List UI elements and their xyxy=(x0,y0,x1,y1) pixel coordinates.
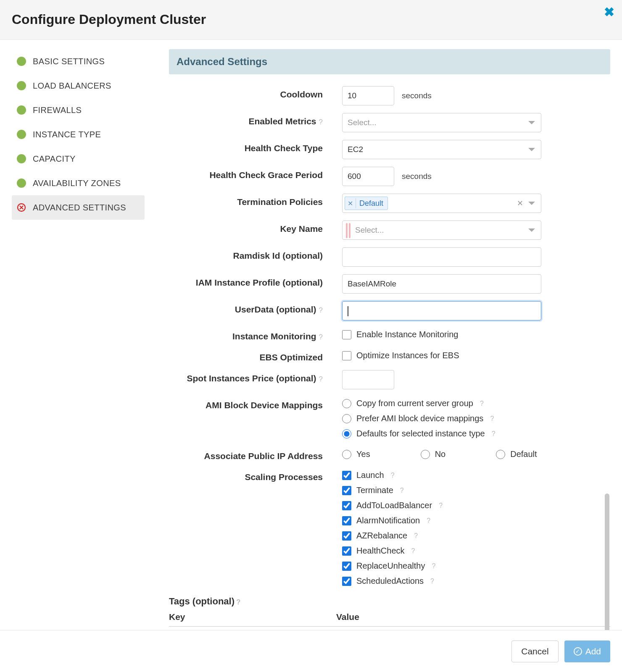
scaling-addtolb[interactable]: AddToLoadBalancer? xyxy=(342,499,443,512)
grace-period-input[interactable] xyxy=(342,167,394,186)
ebs-optimized-checkbox[interactable]: Optimize Instances for EBS xyxy=(342,349,459,362)
content: Advanced Settings Cooldown seconds Enabl… xyxy=(145,49,610,630)
key-name-select[interactable]: Select... xyxy=(342,220,541,240)
close-icon[interactable]: ✖ xyxy=(604,6,614,18)
label-iam: IAM Instance Profile (optional) xyxy=(169,274,342,288)
status-dot-icon xyxy=(17,178,26,188)
help-icon[interactable]: ? xyxy=(414,532,418,540)
help-icon[interactable]: ? xyxy=(391,472,395,479)
label-grace-period: Health Check Grace Period xyxy=(169,167,342,180)
tags-col-value: Value xyxy=(336,612,503,622)
scaling-replaceunhealthy[interactable]: ReplaceUnhealthy? xyxy=(342,559,443,572)
help-icon[interactable]: ? xyxy=(319,333,323,341)
status-dot-icon xyxy=(17,81,26,90)
public-ip-default[interactable]: Default xyxy=(496,448,537,461)
ramdisk-input[interactable] xyxy=(342,247,541,267)
help-icon[interactable]: ? xyxy=(411,547,415,555)
sidebar-label: FIREWALLS xyxy=(33,105,82,115)
chevron-down-icon xyxy=(528,148,535,151)
scaling-azrebalance[interactable]: AZRebalance? xyxy=(342,529,443,542)
help-icon[interactable]: ? xyxy=(319,306,323,314)
label-public-ip: Associate Public IP Address xyxy=(169,448,342,461)
scaling-alarm[interactable]: AlarmNotification? xyxy=(342,514,443,527)
iam-profile-input[interactable] xyxy=(342,274,541,294)
userdata-input[interactable] xyxy=(342,301,541,320)
help-icon[interactable]: ? xyxy=(439,502,443,509)
cancel-button[interactable]: Cancel xyxy=(511,640,558,662)
label-termination: Termination Policies xyxy=(169,194,342,207)
chevron-down-icon xyxy=(528,228,535,232)
help-icon[interactable]: ? xyxy=(319,118,323,126)
add-button[interactable]: ✓ Add xyxy=(564,640,610,662)
modal-title: Configure Deployment Cluster xyxy=(12,12,610,27)
remove-tag-icon[interactable]: ✕ xyxy=(348,198,356,208)
sidebar-item-advanced[interactable]: ADVANCED SETTINGS xyxy=(12,195,145,220)
sidebar: BASIC SETTINGS LOAD BALANCERS FIREWALLS … xyxy=(12,49,145,630)
help-icon[interactable]: ? xyxy=(432,562,435,570)
modal-header: Configure Deployment Cluster ✖ xyxy=(0,0,622,40)
scrollbar[interactable] xyxy=(605,494,609,635)
ami-option-defaults[interactable]: Defaults for selected instance type ? xyxy=(342,427,495,440)
public-ip-no[interactable]: No xyxy=(421,448,446,461)
error-icon xyxy=(17,203,26,212)
sidebar-label: BASIC SETTINGS xyxy=(33,57,105,66)
termination-policies-select[interactable]: ✕ Default ✕ xyxy=(342,194,541,213)
enabled-metrics-select[interactable]: Select... xyxy=(342,113,541,132)
sidebar-label: CAPACITY xyxy=(33,154,76,164)
label-scaling: Scaling Processes xyxy=(169,469,342,482)
help-icon[interactable]: ? xyxy=(400,487,404,494)
grace-suffix: seconds xyxy=(402,172,432,181)
help-icon[interactable]: ? xyxy=(427,517,430,525)
sidebar-label: AVAILABILITY ZONES xyxy=(33,178,121,188)
clear-all-icon[interactable]: ✕ xyxy=(517,199,523,208)
public-ip-yes[interactable]: Yes xyxy=(342,448,370,461)
label-enabled-metrics: Enabled Metrics? xyxy=(169,113,342,126)
cooldown-input[interactable] xyxy=(342,86,394,105)
help-icon[interactable]: ? xyxy=(319,375,323,383)
label-ramdisk: Ramdisk Id (optional) xyxy=(169,247,342,261)
sidebar-label: LOAD BALANCERS xyxy=(33,81,111,91)
label-key-name: Key Name xyxy=(169,220,342,234)
scaling-launch[interactable]: Launch? xyxy=(342,469,443,482)
label-spot: Spot Instances Price (optional)? xyxy=(169,370,342,383)
tags-table-header: Key Value xyxy=(169,612,610,627)
sidebar-item-az[interactable]: AVAILABILITY ZONES xyxy=(12,171,145,195)
label-ami-block: AMI Block Device Mappings xyxy=(169,397,342,410)
label-cooldown: Cooldown xyxy=(169,86,342,100)
scaling-scheduled[interactable]: ScheduledActions? xyxy=(342,575,443,588)
sidebar-label: ADVANCED SETTINGS xyxy=(33,203,126,213)
status-dot-icon xyxy=(17,57,26,66)
ami-option-copy[interactable]: Copy from current server group ? xyxy=(342,397,495,410)
health-check-type-select[interactable]: EC2 xyxy=(342,140,541,159)
label-health-check-type: Health Check Type xyxy=(169,140,342,153)
help-icon[interactable]: ? xyxy=(236,598,240,606)
scaling-terminate[interactable]: Terminate? xyxy=(342,484,443,497)
tags-heading: Tags (optional)? xyxy=(169,596,610,607)
help-icon[interactable]: ? xyxy=(492,430,495,438)
sidebar-item-loadbalancers[interactable]: LOAD BALANCERS xyxy=(12,74,145,98)
chevron-down-icon xyxy=(528,202,535,205)
spot-price-input[interactable] xyxy=(342,370,394,389)
sidebar-item-firewalls[interactable]: FIREWALLS xyxy=(12,98,145,122)
check-circle-icon: ✓ xyxy=(574,647,582,656)
sidebar-item-instancetype[interactable]: INSTANCE TYPE xyxy=(12,122,145,147)
scaling-healthcheck[interactable]: HealthCheck? xyxy=(342,544,443,557)
modal-body: BASIC SETTINGS LOAD BALANCERS FIREWALLS … xyxy=(0,40,622,630)
ami-option-prefer[interactable]: Prefer AMI block device mappings ? xyxy=(342,412,495,425)
status-dot-icon xyxy=(17,154,26,163)
section-header: Advanced Settings xyxy=(169,49,610,74)
tags-col-key: Key xyxy=(169,612,336,622)
modal-footer: Cancel ✓ Add xyxy=(0,630,622,672)
instance-monitoring-checkbox[interactable]: Enable Instance Monitoring xyxy=(342,328,458,341)
sidebar-item-capacity[interactable]: CAPACITY xyxy=(12,147,145,171)
label-userdata: UserData (optional)? xyxy=(169,301,342,315)
label-instance-monitoring: Instance Monitoring? xyxy=(169,328,342,341)
sidebar-label: INSTANCE TYPE xyxy=(33,130,101,139)
chevron-down-icon xyxy=(528,121,535,124)
help-icon[interactable]: ? xyxy=(430,578,434,585)
help-icon[interactable]: ? xyxy=(480,400,484,407)
label-ebs: EBS Optimized xyxy=(169,349,342,362)
help-icon[interactable]: ? xyxy=(490,415,494,423)
status-dot-icon xyxy=(17,130,26,139)
sidebar-item-basic[interactable]: BASIC SETTINGS xyxy=(12,49,145,74)
